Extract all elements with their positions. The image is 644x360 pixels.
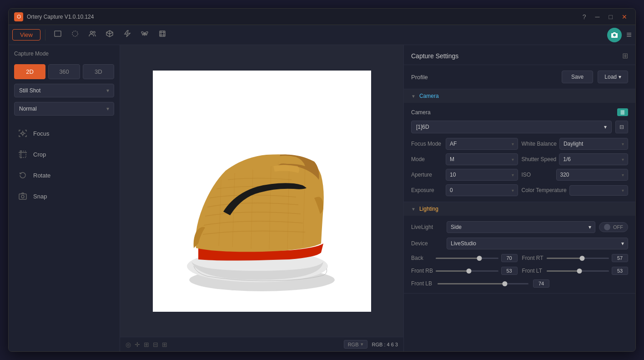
focus-mode-value: AF: [450, 141, 457, 147]
profile-load-button[interactable]: Load ▾: [598, 71, 628, 83]
mode-360-button[interactable]: 360: [48, 64, 80, 79]
grid-small-icon[interactable]: ⊞: [144, 341, 149, 348]
profile-row: Profile Save Load ▾: [404, 65, 635, 89]
camera-toggle[interactable]: |||: [617, 108, 628, 116]
rgb-selector[interactable]: RGB ▾: [344, 340, 367, 349]
camera-label: Camera: [411, 109, 431, 116]
app-icon: ⬡: [14, 12, 23, 21]
hamburger-button[interactable]: ≡: [626, 30, 632, 40]
livelight-dropdown[interactable]: Side ▾: [447, 221, 595, 233]
back-slider-thumb: [477, 256, 482, 261]
aperture-dropdown[interactable]: 10 ▾: [446, 169, 518, 181]
main-toolbar: View: [9, 25, 635, 45]
svg-point-3: [93, 31, 95, 33]
shot-type-dropdown[interactable]: Still Shot ▾: [14, 84, 114, 97]
rotate-tool[interactable]: Rotate: [14, 166, 114, 185]
rotate-label: Rotate: [33, 172, 50, 179]
help-button[interactable]: ?: [580, 12, 589, 21]
white-balance-dropdown[interactable]: Daylight ▾: [559, 138, 628, 150]
shot-mode-dropdown[interactable]: Normal ▾: [14, 102, 114, 116]
livelight-toggle[interactable]: OFF: [599, 222, 628, 232]
color-temp-dropdown[interactable]: ▾: [569, 185, 628, 196]
reticle-icon[interactable]: ◎: [126, 341, 131, 348]
exposure-dropdown[interactable]: 0 ▾: [446, 184, 518, 196]
camera-quick-button[interactable]: [607, 28, 622, 42]
title-bar: ⬡ Ortery Capture V1.0.10.124 ? ─ □ ✕: [9, 9, 635, 25]
aperture-item: Aperture 10 ▾: [411, 169, 518, 181]
image-area: [120, 45, 403, 337]
snap-tool[interactable]: Snap: [14, 187, 114, 206]
bolt-tool-button[interactable]: [119, 28, 135, 42]
white-balance-label: White Balance: [522, 141, 557, 147]
profile-save-button[interactable]: Save: [562, 71, 593, 83]
layers-tool-button[interactable]: [155, 28, 170, 42]
snap-label: Snap: [33, 193, 47, 200]
front-rt-value[interactable]: 57: [612, 254, 628, 262]
close-button[interactable]: ✕: [619, 12, 630, 21]
iso-dropdown[interactable]: 320 ▾: [556, 169, 629, 181]
camera-model-dropdown[interactable]: [1]6D ▾: [411, 121, 612, 133]
front-lt-slider-track[interactable]: [547, 270, 609, 272]
settings-grid-icon[interactable]: ⊞: [622, 51, 628, 60]
grid-large-icon[interactable]: ⊞: [162, 341, 167, 348]
front-rb-slider-track[interactable]: [436, 270, 498, 272]
front-lb-value[interactable]: 74: [533, 279, 549, 288]
butterfly-tool-button[interactable]: [136, 28, 153, 42]
front-rt-slider-row: Front RT 57: [522, 254, 629, 262]
front-rt-slider-track[interactable]: [547, 258, 609, 259]
exposure-label: Exposure: [411, 187, 443, 193]
back-slider-track[interactable]: [436, 258, 498, 259]
front-lb-row: Front LB 74: [411, 279, 628, 288]
minimize-button[interactable]: ─: [593, 12, 603, 21]
shutter-speed-arrow: ▾: [622, 157, 624, 162]
window-controls: ? ─ □ ✕: [580, 12, 630, 21]
crosshair-icon[interactable]: ✛: [135, 341, 140, 348]
maximize-button[interactable]: □: [606, 12, 615, 21]
focus-mode-dropdown[interactable]: AF ▾: [446, 138, 518, 150]
device-dropdown[interactable]: LiveStudio ▾: [447, 238, 628, 249]
livelight-row: LiveLight Side ▾ OFF: [411, 221, 628, 233]
device-row: Device LiveStudio ▾: [411, 238, 628, 249]
rgb-label: RGB: [348, 342, 359, 347]
shutter-speed-dropdown[interactable]: 1/6 ▾: [559, 153, 628, 165]
front-rb-value[interactable]: 53: [501, 267, 518, 275]
front-lt-value[interactable]: 53: [612, 267, 628, 275]
shot-type-value: Still Shot: [19, 87, 40, 94]
circle-tool-button[interactable]: [67, 28, 83, 42]
front-rt-label: Front RT: [522, 255, 544, 261]
box-tool-button[interactable]: [102, 28, 117, 42]
mode-2d-button[interactable]: 2D: [14, 64, 45, 79]
mode-buttons: 2D 360 3D: [14, 64, 114, 79]
left-sidebar: Capture Mode 2D 360 3D Still Shot ▾ Norm…: [9, 45, 120, 351]
app-window: ⬡ Ortery Capture V1.0.10.124 ? ─ □ ✕ Vie…: [8, 8, 636, 352]
svg-point-15: [21, 195, 24, 198]
people-tool-button[interactable]: [85, 28, 100, 42]
mode-item: Mode M ▾: [411, 153, 518, 165]
profile-label: Profile: [411, 74, 557, 81]
camera-section-title: Camera: [419, 93, 439, 99]
front-rb-slider-thumb: [466, 269, 471, 274]
mode-dropdown[interactable]: M ▾: [446, 153, 518, 165]
crop-tool[interactable]: Crop: [14, 145, 114, 164]
exposure-arrow: ▾: [512, 188, 514, 193]
shutter-speed-label: Shutter Speed: [522, 156, 557, 162]
focus-tool[interactable]: Focus: [14, 124, 114, 143]
view-button[interactable]: View: [12, 29, 40, 41]
lighting-section-header[interactable]: ▼ Lighting: [404, 202, 635, 216]
app-title: Ortery Capture V1.0.10.124: [27, 14, 580, 20]
front-lb-slider-fill: [438, 283, 505, 284]
back-value[interactable]: 70: [501, 254, 518, 262]
focus-mode-item: Focus Mode AF ▾: [411, 138, 518, 150]
camera-section: ▼ Camera Camera ||| [1]6D ▾: [404, 89, 635, 202]
front-lb-slider-track[interactable]: [438, 283, 528, 284]
camera-section-header[interactable]: ▼ Camera: [404, 89, 635, 103]
rectangle-tool-button[interactable]: [50, 28, 65, 42]
snap-icon: [18, 191, 28, 201]
camera-settings-button[interactable]: ⊟: [615, 121, 628, 133]
toggle-label: OFF: [613, 224, 623, 230]
svg-rect-0: [55, 31, 61, 36]
grid-medium-icon[interactable]: ⊟: [153, 341, 158, 348]
mode-3d-button[interactable]: 3D: [83, 64, 114, 79]
lighting-section-title: Lighting: [419, 206, 438, 212]
front-lt-slider-fill: [547, 270, 580, 272]
